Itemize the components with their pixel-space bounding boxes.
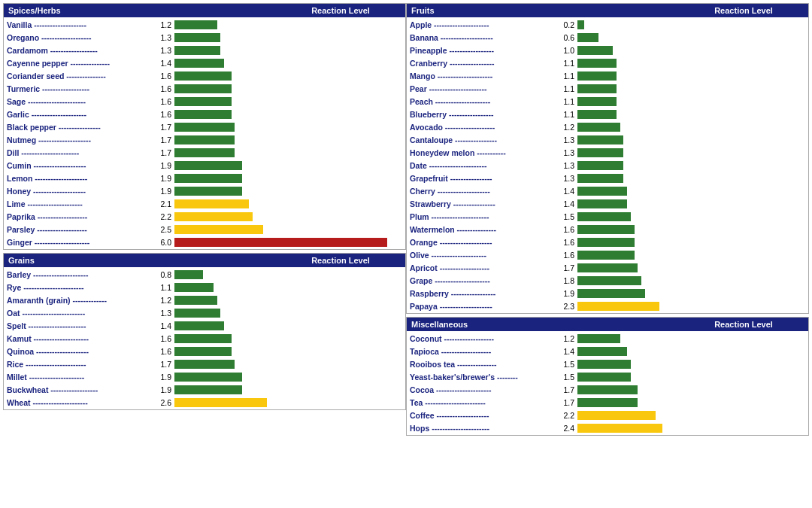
bar bbox=[577, 97, 617, 106]
bar bbox=[577, 373, 631, 382]
row-label: Turmeric ------------------ bbox=[4, 84, 150, 93]
bar bbox=[577, 199, 627, 208]
row-value: 1.9 bbox=[150, 373, 174, 382]
bar bbox=[174, 347, 232, 356]
row-value: 1.3 bbox=[553, 161, 577, 170]
bar-container bbox=[174, 296, 405, 305]
table-row: Black pepper ----------------1.7 bbox=[4, 120, 405, 133]
bar bbox=[174, 309, 220, 318]
bar bbox=[577, 135, 623, 144]
row-label: Coconut ------------------- bbox=[407, 334, 553, 343]
bar-container bbox=[577, 148, 808, 157]
row-label: Lemon -------------------- bbox=[4, 174, 150, 183]
bar bbox=[577, 110, 617, 119]
bar-container bbox=[174, 334, 405, 343]
row-label: Buckwheat ------------------ bbox=[4, 385, 150, 394]
bar-container bbox=[174, 123, 405, 132]
bar-container bbox=[174, 360, 405, 369]
table-row: Wheat ---------------------2.6 bbox=[4, 396, 405, 409]
bar bbox=[174, 59, 224, 68]
row-value: 1.8 bbox=[553, 276, 577, 285]
row-value: 0.6 bbox=[553, 33, 577, 42]
spices-rows: Vanilla --------------------1.2Oregano -… bbox=[4, 17, 405, 249]
bar-container bbox=[577, 135, 808, 144]
bar-container bbox=[577, 59, 808, 68]
row-label: Wheat --------------------- bbox=[4, 398, 150, 407]
bar bbox=[577, 398, 638, 407]
table-row: Coriander seed ---------------1.6 bbox=[4, 69, 405, 82]
row-label: Tea ----------------------- bbox=[407, 398, 553, 407]
table-row: Orange --------------------1.6 bbox=[407, 236, 808, 248]
row-value: 1.4 bbox=[150, 59, 174, 68]
bar-container bbox=[577, 110, 808, 119]
bar bbox=[577, 424, 662, 433]
bar bbox=[174, 212, 253, 221]
row-value: 1.7 bbox=[553, 385, 577, 394]
bar bbox=[174, 33, 220, 42]
bar-container bbox=[577, 360, 808, 369]
bar bbox=[174, 135, 235, 144]
bar bbox=[174, 97, 232, 106]
bar-container bbox=[577, 46, 808, 55]
row-label: Nutmeg -------------------- bbox=[4, 135, 150, 144]
table-row: Hops ----------------------2.4 bbox=[407, 421, 808, 434]
row-value: 1.4 bbox=[553, 347, 577, 356]
row-value: 1.6 bbox=[150, 347, 174, 356]
table-row: Apple ---------------------0.2 bbox=[407, 18, 808, 31]
row-label: Cumin -------------------- bbox=[4, 161, 150, 170]
page-container: Spices/Herbs Reaction Level Vanilla ----… bbox=[0, 0, 812, 442]
row-label: Cantaloupe ---------------- bbox=[407, 135, 553, 144]
table-row: Blueberry -----------------1.1 bbox=[407, 108, 808, 120]
bar bbox=[577, 187, 627, 196]
row-label: Rooibos tea --------------- bbox=[407, 360, 553, 369]
bar bbox=[174, 199, 249, 208]
spices-section: Spices/Herbs Reaction Level Vanilla ----… bbox=[3, 3, 406, 250]
row-value: 1.7 bbox=[150, 360, 174, 369]
row-label: Grape --------------------- bbox=[407, 276, 553, 285]
bar-container bbox=[577, 20, 808, 29]
row-label: Coriander seed --------------- bbox=[4, 71, 150, 81]
row-value: 1.3 bbox=[150, 309, 174, 318]
bar bbox=[577, 161, 623, 170]
row-value: 2.2 bbox=[150, 212, 174, 221]
table-row: Ginger ---------------------6.0 bbox=[4, 236, 405, 248]
row-value: 1.1 bbox=[553, 59, 577, 68]
table-row: Paprika -------------------2.2 bbox=[4, 210, 405, 223]
bar-container bbox=[174, 212, 405, 221]
table-row: Olive ---------------------1.6 bbox=[407, 248, 808, 261]
bar bbox=[577, 302, 659, 311]
table-row: Tapioca -------------------1.4 bbox=[407, 345, 808, 357]
fruits-level-label: Reaction Level bbox=[683, 6, 804, 15]
bar-container bbox=[577, 187, 808, 196]
row-label: Sage ---------------------- bbox=[4, 97, 150, 106]
bar bbox=[174, 283, 214, 292]
row-label: Strawberry ---------------- bbox=[407, 199, 553, 208]
bar bbox=[577, 360, 631, 369]
row-value: 1.3 bbox=[553, 174, 577, 183]
row-label: Peach --------------------- bbox=[407, 97, 553, 106]
bar-container bbox=[174, 187, 405, 196]
bar-container bbox=[174, 398, 405, 407]
row-label: Yeast-baker's/brewer's -------- bbox=[407, 373, 553, 382]
row-value: 1.6 bbox=[553, 251, 577, 260]
row-label: Cherry -------------------- bbox=[407, 187, 553, 196]
bar-container bbox=[577, 302, 808, 311]
table-row: Cranberry -----------------1.1 bbox=[407, 56, 808, 69]
row-label: Cardamom ------------------ bbox=[4, 46, 150, 55]
row-value: 1.3 bbox=[553, 135, 577, 144]
row-label: Rye ----------------------- bbox=[4, 283, 150, 292]
row-label: Grapefruit ---------------- bbox=[407, 174, 553, 183]
row-value: 1.9 bbox=[150, 187, 174, 196]
table-row: Tea -----------------------1.7 bbox=[407, 396, 808, 409]
row-value: 1.9 bbox=[150, 174, 174, 183]
bar bbox=[174, 84, 232, 93]
bar-container bbox=[577, 424, 808, 433]
row-label: Barley --------------------- bbox=[4, 270, 150, 279]
row-label: Pear ---------------------- bbox=[407, 84, 553, 93]
row-label: Blueberry ----------------- bbox=[407, 110, 553, 119]
row-value: 1.4 bbox=[553, 199, 577, 208]
table-row: Rice -----------------------1.7 bbox=[4, 357, 405, 370]
row-value: 1.7 bbox=[150, 135, 174, 144]
table-row: Strawberry ----------------1.4 bbox=[407, 197, 808, 210]
bar bbox=[174, 123, 235, 132]
